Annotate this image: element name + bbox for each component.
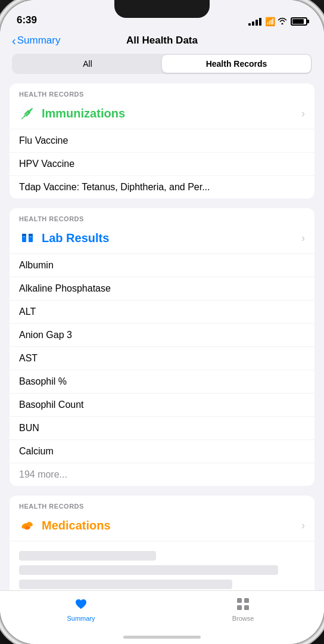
lab-results-chevron-icon: › (301, 232, 305, 244)
browse-icon (235, 596, 251, 612)
segmented-control: All Health Records (12, 54, 312, 74)
back-label: Summary (17, 35, 61, 47)
status-time: 6:39 (17, 14, 37, 26)
svg-rect-12 (23, 236, 25, 237)
svg-rect-17 (237, 598, 242, 603)
blurred-item (19, 551, 156, 561)
medications-card: HEALTH RECORDS Medications (10, 496, 314, 590)
blurred-item (19, 580, 232, 589)
svg-rect-9 (22, 234, 26, 236)
segment-all[interactable]: All (13, 55, 162, 73)
medications-chevron-icon: › (301, 519, 305, 532)
content-area[interactable]: HEALTH RECORDS (0, 81, 324, 590)
syringe-icon (19, 105, 36, 122)
list-item[interactable]: Basophil Count (10, 394, 314, 417)
segment-health-records[interactable]: Health Records (162, 55, 311, 73)
tab-summary[interactable]: Summary (0, 596, 162, 622)
list-item[interactable]: Anion Gap 3 (10, 324, 314, 347)
tab-browse[interactable]: Browse (162, 596, 324, 622)
list-item[interactable]: BUN (10, 417, 314, 440)
tab-summary-label: Summary (67, 615, 95, 622)
medications-card-header: HEALTH RECORDS (10, 496, 314, 513)
medications-icon (19, 517, 36, 534)
list-item[interactable]: Calcium (10, 440, 314, 463)
notch (114, 0, 210, 18)
back-button[interactable]: ‹ Summary (12, 35, 60, 47)
battery-fill (292, 19, 304, 24)
signal-bars-icon (248, 18, 261, 26)
phone-frame: 6:39 📶 (0, 0, 324, 644)
immunizations-card: HEALTH RECORDS (10, 83, 314, 199)
lab-icon (19, 230, 36, 246)
immunizations-chevron-icon: › (301, 107, 305, 120)
immunizations-title: Immunizations (42, 107, 125, 120)
heart-icon (73, 596, 89, 612)
tab-browse-label: Browse (232, 615, 254, 622)
lab-results-card-header: HEALTH RECORDS (10, 208, 314, 226)
immunizations-title-row[interactable]: Immunizations › (10, 101, 314, 129)
list-item[interactable]: Albumin (10, 254, 314, 277)
list-item[interactable]: Flu Vaccine (10, 129, 314, 153)
svg-rect-19 (237, 605, 242, 610)
medications-title: Medications (42, 519, 111, 532)
list-item[interactable]: HPV Vaccine (10, 153, 314, 176)
svg-rect-11 (29, 234, 33, 236)
blurred-item (19, 565, 278, 575)
medications-title-row[interactable]: Medications › (10, 513, 314, 541)
list-item-more[interactable]: 194 more... (10, 463, 314, 486)
list-item[interactable]: AST (10, 347, 314, 370)
lab-results-card: HEALTH RECORDS (10, 208, 314, 486)
lab-results-title-row[interactable]: Lab Results › (10, 226, 314, 254)
home-bar (123, 636, 201, 639)
svg-rect-20 (244, 605, 249, 610)
battery-icon (291, 17, 307, 26)
back-chevron-icon: ‹ (12, 35, 16, 47)
screen: 6:39 📶 (0, 0, 324, 644)
list-item[interactable]: ALT (10, 301, 314, 324)
status-icons: 📶 (248, 17, 307, 26)
wifi-icon: 📶 (265, 17, 287, 26)
list-item[interactable]: Alkaline Phosphatase (10, 277, 314, 301)
list-item[interactable]: Tdap Vaccine: Tetanus, Diphtheria, and P… (10, 176, 314, 199)
list-item[interactable]: Basophil % (10, 370, 314, 394)
immunizations-card-header: HEALTH RECORDS (10, 83, 314, 101)
nav-header: ‹ Summary All Health Data (0, 30, 324, 54)
lab-results-title: Lab Results (42, 231, 109, 245)
svg-line-4 (22, 117, 23, 119)
svg-rect-18 (244, 598, 249, 603)
nav-title: All Health Data (126, 35, 198, 47)
svg-rect-13 (30, 236, 32, 237)
